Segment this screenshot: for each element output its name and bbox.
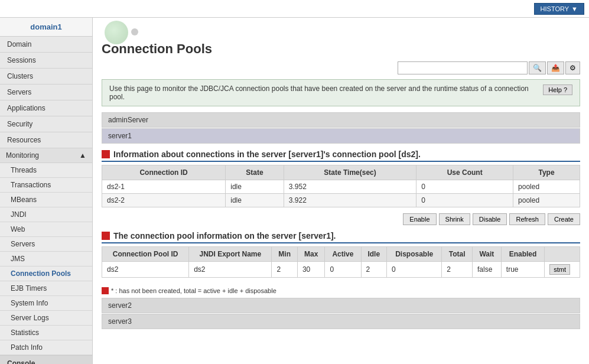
history-arrow-icon: ▼ — [571, 5, 578, 12]
sidebar-item-domain[interactable]: Domain — [0, 37, 92, 53]
sidebar-sub-system-info[interactable]: System Info — [0, 296, 92, 311]
sidebar-domain[interactable]: domain1 — [0, 18, 92, 37]
sidebar-item-security[interactable]: Security — [0, 116, 92, 132]
pool-cell-disposable: 0 — [386, 262, 441, 278]
top-bar: HISTORY ▼ — [0, 0, 589, 18]
section2-title: The connection pool information on the s… — [113, 231, 336, 240]
pool-cell-total: 2 — [442, 262, 473, 278]
note-icon — [102, 287, 109, 294]
sidebar-sub-ejb-timers[interactable]: EJB Timers — [0, 281, 92, 296]
col-idle: Idle — [361, 247, 386, 262]
help-button[interactable]: Help ? — [543, 84, 572, 95]
sidebar-sub-connection-pools[interactable]: Connection Pools — [0, 266, 92, 281]
pool-cell-stmt: stmt — [545, 262, 580, 278]
search-bar: 🔍 📤 ⚙ — [102, 61, 580, 74]
connections-table: Connection ID State State Time(sec) Use … — [102, 165, 580, 207]
content-area: Connection Pools 🔍 📤 ⚙ Use this page to … — [93, 18, 589, 364]
table-row: ds2-2 idle 3.922 0 pooled — [102, 194, 580, 207]
col-enabled: Enabled — [501, 247, 544, 262]
sidebar-sub-jms[interactable]: JMS — [0, 252, 92, 266]
admin-server-header[interactable]: adminServer — [102, 112, 580, 128]
col-disposable: Disposable — [386, 247, 441, 262]
col-wait: Wait — [472, 247, 501, 262]
cell-count-1: 0 — [416, 180, 513, 194]
table-row: ds2 ds2 2 30 0 2 0 2 false true stmt — [102, 262, 580, 278]
note-text: * : has not been created, total = active… — [111, 287, 276, 294]
upload-button[interactable]: 📤 — [547, 61, 564, 74]
history-label: HISTORY — [541, 5, 570, 12]
pool-cell-enabled: true — [501, 262, 544, 278]
dot-decoration — [131, 28, 138, 35]
cell-type-2: pooled — [513, 194, 580, 207]
sidebar-monitoring-section[interactable]: Monitoring ▲ — [0, 148, 92, 163]
info-text: Use this page to monitor the JDBC/JCA co… — [109, 84, 543, 101]
sidebar-item-sessions[interactable]: Sessions — [0, 53, 92, 69]
col-use-count: Use Count — [416, 165, 513, 180]
col-min: Min — [272, 247, 297, 262]
cell-state-2: idle — [226, 194, 284, 207]
col-type: Type — [513, 165, 580, 180]
pool-cell-id: ds2 — [102, 262, 189, 278]
pool-cell-active: 0 — [325, 262, 361, 278]
pool-cell-max: 30 — [297, 262, 325, 278]
server2-header[interactable]: server2 — [102, 298, 580, 313]
col-state-time: State Time(sec) — [284, 165, 416, 180]
table-row: ds2-1 idle 3.952 0 pooled — [102, 180, 580, 194]
search-button[interactable]: 🔍 — [529, 61, 546, 74]
section1-header: Information about connections in the ser… — [102, 150, 580, 162]
sidebar-sub-jndi[interactable]: JNDI — [0, 207, 92, 222]
cell-id-1: ds2-1 — [102, 180, 226, 194]
sidebar-sub-servers-mon[interactable]: Servers — [0, 237, 92, 252]
settings-button[interactable]: ⚙ — [565, 61, 580, 74]
server1-header[interactable]: server1 — [102, 128, 580, 144]
col-jndi: JNDI Export Name — [189, 247, 272, 262]
search-input[interactable] — [398, 61, 528, 74]
history-button[interactable]: HISTORY ▼ — [534, 3, 584, 15]
col-state: State — [226, 165, 284, 180]
circle-decoration — [105, 21, 128, 44]
sidebar-item-resources[interactable]: Resources — [0, 132, 92, 148]
col-pool-id: Connection Pool ID — [102, 247, 189, 262]
refresh-button[interactable]: Refresh — [509, 213, 545, 225]
monitoring-arrow-icon: ▲ — [79, 151, 86, 160]
section2-icon — [102, 232, 110, 240]
sidebar-sub-transactions[interactable]: Transactions — [0, 178, 92, 193]
section2-header: The connection pool information on the s… — [102, 231, 580, 243]
cell-type-1: pooled — [513, 180, 580, 194]
pool-cell-wait: false — [472, 262, 501, 278]
section1-title: Information about connections in the ser… — [113, 150, 421, 159]
server3-header[interactable]: server3 — [102, 314, 580, 329]
cell-count-2: 0 — [416, 194, 513, 207]
shrink-button[interactable]: Shrink — [439, 213, 470, 225]
sidebar-sub-mbeans[interactable]: MBeans — [0, 193, 92, 207]
sidebar-item-clusters[interactable]: Clusters — [0, 69, 92, 84]
pool-cell-jndi: ds2 — [189, 262, 272, 278]
sidebar-sub-statistics[interactable]: Statistics — [0, 326, 92, 340]
sidebar-sub-web[interactable]: Web — [0, 222, 92, 237]
cell-state-1: idle — [226, 180, 284, 194]
create-button[interactable]: Create — [548, 213, 580, 225]
sidebar: domain1 Domain Sessions Clusters Servers… — [0, 18, 93, 364]
disable-button[interactable]: Disable — [473, 213, 507, 225]
sidebar-sub-server-logs[interactable]: Server Logs — [0, 311, 92, 326]
sidebar-item-servers[interactable]: Servers — [0, 84, 92, 100]
top-decoration — [102, 24, 580, 41]
enable-button[interactable]: Enable — [403, 213, 436, 225]
section1-action-buttons: Enable Shrink Disable Refresh Create — [102, 213, 580, 225]
pool-table: Connection Pool ID JNDI Export Name Min … — [102, 246, 580, 278]
stmt-button[interactable]: stmt — [549, 264, 570, 275]
sidebar-item-applications[interactable]: Applications — [0, 100, 92, 116]
section1-icon — [102, 150, 110, 158]
cell-time-2: 3.922 — [284, 194, 416, 207]
sidebar-sub-threads[interactable]: Threads — [0, 163, 92, 178]
pool-cell-idle: 2 — [361, 262, 386, 278]
page-title: Connection Pools — [102, 41, 580, 57]
col-stmt-action — [545, 247, 580, 262]
sidebar-sub-patch-info[interactable]: Patch Info — [0, 340, 92, 355]
main-layout: domain1 Domain Sessions Clusters Servers… — [0, 18, 589, 364]
col-active: Active — [325, 247, 361, 262]
col-total: Total — [442, 247, 473, 262]
pool-cell-min: 2 — [272, 262, 297, 278]
cell-id-2: ds2-2 — [102, 194, 226, 207]
sidebar-console[interactable]: Console — [0, 355, 92, 364]
